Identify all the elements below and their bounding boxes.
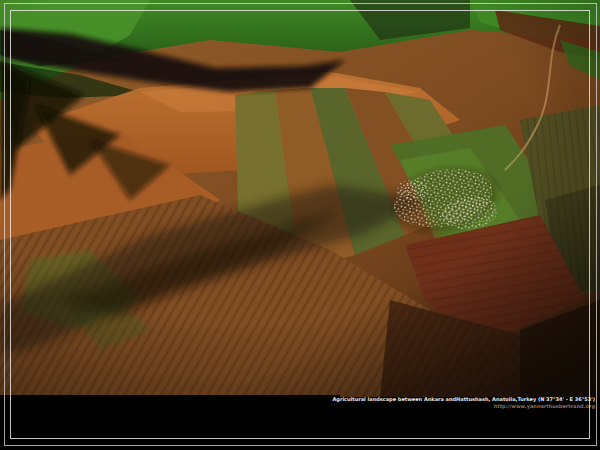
vignette xyxy=(0,0,600,397)
caption-url: http://www.yannarthusbertrand.org xyxy=(332,403,595,410)
photo-caption: Agricultural landscape between Ankara an… xyxy=(332,396,595,410)
aerial-photograph xyxy=(0,0,600,450)
caption-title: Agricultural landscape between Ankara an… xyxy=(332,396,595,403)
wallpaper-stage: Agricultural landscape between Ankara an… xyxy=(0,0,600,450)
